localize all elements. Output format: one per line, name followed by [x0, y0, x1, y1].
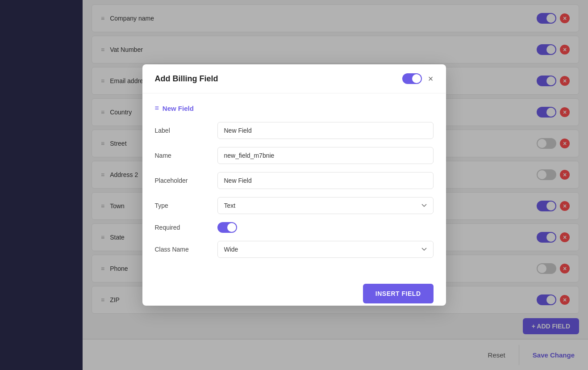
type-field-label: Type [155, 202, 217, 209]
modal-overlay: Add Billing Field × ≡ New Field [0, 0, 588, 370]
label-input[interactable] [217, 122, 434, 139]
toggle-knob [412, 74, 421, 83]
required-toggle-knob [227, 223, 236, 232]
label-form-group: Label [155, 122, 434, 139]
placeholder-form-group: Placeholder [155, 172, 434, 189]
modal-body: ≡ New Field Label Name Placeholder Type [142, 93, 446, 277]
required-form-group: Required [155, 222, 434, 233]
insert-field-button[interactable]: INSERT FIELD [363, 284, 434, 303]
modal-header-controls: × [402, 73, 434, 84]
label-field-label: Label [155, 127, 217, 134]
new-field-section-heading: ≡ New Field [155, 104, 434, 112]
type-select[interactable]: Text Number Email Select Textarea [217, 197, 434, 214]
required-toggle[interactable] [217, 222, 237, 233]
classname-form-group: Class Name Wide Half Third [155, 241, 434, 258]
new-field-label: New Field [163, 105, 194, 112]
required-field-label: Required [155, 224, 217, 231]
drag-lines-icon: ≡ [155, 104, 159, 112]
modal-footer: INSERT FIELD [142, 277, 446, 306]
modal-close-button[interactable]: × [428, 74, 434, 83]
placeholder-input[interactable] [217, 172, 434, 189]
modal-title: Add Billing Field [155, 74, 218, 84]
classname-select[interactable]: Wide Half Third [217, 241, 434, 258]
placeholder-field-label: Placeholder [155, 177, 217, 184]
toggle-slider [402, 73, 422, 84]
type-form-group: Type Text Number Email Select Textarea [155, 197, 434, 214]
classname-field-label: Class Name [155, 246, 217, 253]
modal-toggle[interactable] [402, 73, 422, 84]
name-form-group: Name [155, 147, 434, 164]
required-toggle-slider [217, 222, 237, 233]
name-input[interactable] [217, 147, 434, 164]
name-field-label: Name [155, 152, 217, 159]
add-billing-field-modal: Add Billing Field × ≡ New Field [142, 64, 446, 306]
modal-header: Add Billing Field × [142, 64, 446, 93]
